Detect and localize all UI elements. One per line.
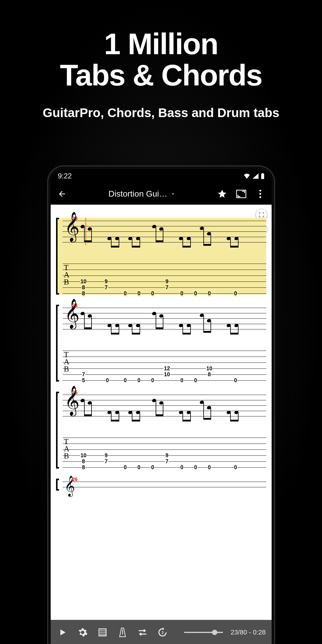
- favorite-button[interactable]: [216, 187, 229, 200]
- fretboard-icon: [98, 628, 107, 637]
- tablature: TAB 108897970000000: [63, 262, 266, 295]
- loop-icon: [137, 628, 148, 637]
- slider-thumb[interactable]: [212, 630, 217, 635]
- treble-clef-icon: 𝄞: [64, 214, 80, 239]
- tempo-slider[interactable]: [184, 632, 223, 633]
- svg-text:3: 3: [162, 631, 164, 635]
- back-button[interactable]: [55, 187, 69, 200]
- overflow-button[interactable]: [254, 187, 267, 200]
- time-remaining: 0:28: [253, 629, 266, 636]
- track-title: Distortion Gui…: [109, 189, 168, 199]
- fretboard-button[interactable]: [97, 626, 109, 639]
- svg-point-3: [259, 190, 261, 192]
- tab-label: TAB: [64, 264, 70, 286]
- promo-title-line1: 1 Million: [104, 27, 218, 60]
- bar-position: 23/80: [231, 629, 247, 636]
- svg-point-5: [259, 196, 261, 198]
- metronome-button[interactable]: [117, 626, 129, 639]
- arrow-left-icon: [58, 189, 66, 198]
- battery-icon: [261, 173, 264, 179]
- star-icon: [217, 189, 227, 199]
- staff: 𝄞: [63, 392, 266, 419]
- svg-point-4: [259, 193, 261, 195]
- staff: 𝄞: [63, 218, 266, 245]
- promo-header: 1 Million Tabs & Chords GuitarPro, Chord…: [0, 0, 322, 120]
- track-selector[interactable]: Distortion Gui…: [75, 189, 210, 199]
- play-icon: [58, 627, 67, 637]
- countdown-button[interactable]: 3: [157, 626, 169, 639]
- tablature: TAB 108897970000000: [63, 436, 266, 469]
- measure-25: 25 𝄞: [56, 392, 266, 469]
- tablature: TAB 7512101080000000: [63, 349, 266, 382]
- svg-rect-1: [262, 173, 263, 174]
- tab-label: TAB: [64, 438, 70, 460]
- phone-screen: 9:22 Distortion Gui…: [51, 169, 272, 644]
- measure-26: 26 𝄞: [56, 479, 266, 491]
- promo-subtitle: GuitarPro, Chords, Bass and Drum tabs: [0, 106, 322, 120]
- treble-clef-icon: 𝄞: [64, 388, 80, 413]
- signal-icon: [253, 173, 258, 179]
- status-icons: [244, 173, 264, 179]
- promo-title-line2: Tabs & Chords: [60, 58, 262, 92]
- treble-clef-icon: 𝄞: [64, 301, 80, 326]
- status-bar: 9:22: [51, 169, 272, 183]
- countdown-icon: 3: [158, 628, 167, 637]
- svg-rect-0: [261, 174, 264, 179]
- fullscreen-button[interactable]: [235, 187, 248, 200]
- player-bar: 3 23/80 - 0:28: [51, 620, 272, 644]
- measure-23: 23 𝄞: [56, 218, 266, 295]
- more-vert-icon: [259, 189, 261, 198]
- app-bar: Distortion Gui…: [51, 183, 272, 205]
- play-button[interactable]: [57, 626, 69, 639]
- loop-button[interactable]: [137, 626, 149, 639]
- promo-title: 1 Million Tabs & Chords: [0, 28, 322, 91]
- gear-icon: [78, 627, 88, 637]
- settings-button[interactable]: [77, 626, 89, 639]
- phone-frame: 9:22 Distortion Gui…: [47, 165, 275, 644]
- treble-clef-icon: 𝄞: [64, 477, 75, 495]
- sheet-viewer[interactable]: 23 𝄞: [51, 205, 272, 620]
- tab-label: TAB: [64, 351, 70, 373]
- staff: 𝄞: [63, 305, 266, 332]
- playback-counter: 23/80 - 0:28: [231, 629, 266, 636]
- measure-24: 24 𝄞: [56, 305, 266, 382]
- chevron-down-icon: [170, 191, 176, 197]
- wifi-icon: [244, 173, 250, 179]
- fullscreen-icon: [236, 190, 246, 198]
- metronome-icon: [118, 627, 127, 637]
- status-time: 9:22: [58, 172, 72, 180]
- expand-icon: [258, 212, 264, 218]
